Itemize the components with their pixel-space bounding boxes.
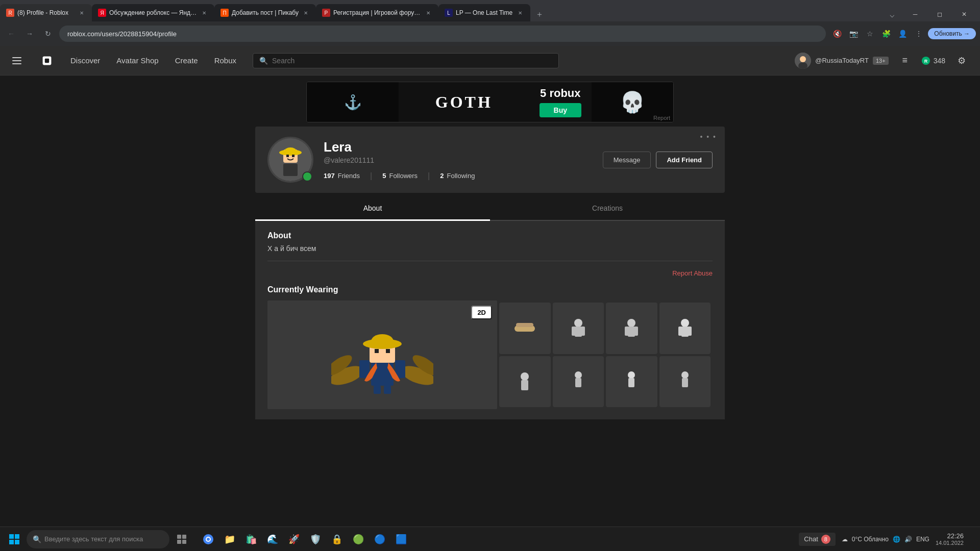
report-link[interactable]: Report <box>653 115 670 121</box>
taskbar-search[interactable]: 🔍 Введите здесь текст для поиска <box>27 530 169 548</box>
roblox-logo[interactable] <box>40 54 54 68</box>
nav-search-box[interactable]: 🔍 <box>253 53 559 68</box>
tab-3-close[interactable]: ✕ <box>302 9 310 17</box>
tab-3[interactable]: П Добавить пост | Пикабу ✕ <box>214 4 316 21</box>
tab-1-favicon: R <box>6 9 14 17</box>
svg-rect-38 <box>625 327 629 336</box>
tab-creations[interactable]: Creations <box>490 197 725 220</box>
wearing-item-6[interactable] <box>553 356 604 408</box>
tab-more-button[interactable]: ⌵ <box>885 7 899 21</box>
svg-rect-49 <box>628 378 634 387</box>
refresh-button[interactable]: ↻ <box>41 27 55 41</box>
svg-rect-34 <box>572 327 576 336</box>
tab-2-close[interactable]: ✕ <box>200 9 208 17</box>
taskbar-app3[interactable]: 🟦 <box>391 529 411 549</box>
tab-1-title: (8) Profile - Roblox <box>17 9 75 16</box>
wearing-item-3[interactable] <box>606 303 657 354</box>
tab-1-close[interactable]: ✕ <box>78 9 86 17</box>
taskbar-edge[interactable]: 🌊 <box>262 529 283 549</box>
svg-rect-31 <box>516 323 533 327</box>
user-info[interactable]: @RussiaTodayRT 13+ <box>795 53 888 69</box>
profile-button[interactable]: 👤 <box>895 27 910 41</box>
wearing-item-8[interactable] <box>659 356 711 408</box>
currently-wearing-title: Currently Wearing <box>267 285 713 294</box>
task-view-button[interactable] <box>172 529 192 549</box>
sound-button[interactable]: 🔇 <box>830 27 844 41</box>
tab-4-close[interactable]: ✕ <box>424 9 432 17</box>
settings-button[interactable]: ⋮ <box>912 27 926 41</box>
taskbar-vpn[interactable]: 🔒 <box>327 529 347 549</box>
start-button[interactable] <box>4 529 24 549</box>
taskbar-shield[interactable]: 🛡️ <box>305 529 326 549</box>
tab-4[interactable]: Р Регистрация | Игровой форум ... ✕ <box>316 4 438 21</box>
message-button[interactable]: Message <box>603 152 651 168</box>
tab-about[interactable]: About <box>255 197 490 221</box>
tab-1[interactable]: R (8) Profile - Roblox ✕ <box>0 4 92 21</box>
nav-robux[interactable]: Robux <box>214 56 236 65</box>
taskbar: 🔍 Введите здесь текст для поиска 📁 🛍️ 🌊 … <box>0 527 980 551</box>
main-content: ⚓ GOTH 5 robux Buy 💀 Report • • • <box>0 76 980 419</box>
settings-nav-button[interactable]: ⚙ <box>953 53 970 69</box>
banner-robux-section: 5 robux Buy <box>529 87 592 117</box>
banner-center: GOTH <box>399 93 529 112</box>
svg-rect-53 <box>15 534 19 539</box>
back-button[interactable]: ← <box>4 27 18 41</box>
tab-5-close[interactable]: ✕ <box>516 9 524 17</box>
minimize-button[interactable]: ─ <box>903 7 927 21</box>
wearing-item-7[interactable] <box>606 356 657 408</box>
taskbar-file-explorer[interactable]: 📁 <box>219 529 240 549</box>
svg-point-48 <box>628 371 635 379</box>
taskbar-clock[interactable]: 22:26 14.01.2022 <box>936 532 964 546</box>
forward-button[interactable]: → <box>22 27 37 41</box>
nav-discover[interactable]: Discover <box>70 56 100 65</box>
report-abuse-link[interactable]: Report Abuse <box>267 269 713 277</box>
svg-rect-13 <box>292 155 295 157</box>
taskbar-rocket[interactable]: 🚀 <box>284 529 304 549</box>
notifications-button[interactable]: ≡ <box>897 53 913 69</box>
taskbar-pinned-apps: 📁 🛍️ 🌊 🚀 🛡️ 🔒 🟢 🔵 🟦 <box>198 529 411 549</box>
search-input[interactable] <box>272 57 552 65</box>
new-tab-button[interactable]: ＋ <box>532 7 547 21</box>
svg-rect-57 <box>182 535 186 539</box>
profile-options-button[interactable]: • • • <box>700 133 717 141</box>
svg-point-11 <box>284 147 297 156</box>
avatar-status-indicator <box>302 171 312 182</box>
browser-actions: 🔇 📷 ☆ 🧩 👤 ⋮ Обновить → <box>830 27 976 41</box>
taskbar-chrome[interactable] <box>198 529 218 549</box>
tab-2[interactable]: Я Обсуждение роблокс — Яндек... ✕ <box>92 4 214 21</box>
wearing-item-5[interactable] <box>499 356 551 408</box>
hamburger-menu[interactable] <box>10 55 23 66</box>
following-stat[interactable]: 2 Following <box>440 172 475 180</box>
maximize-button[interactable]: ◻ <box>928 7 951 21</box>
friends-stat[interactable]: 197 Friends <box>324 172 360 180</box>
tab-5-title: LP — One Last Time <box>456 9 513 16</box>
svg-rect-52 <box>9 534 14 539</box>
profile-name: Lera <box>324 139 593 155</box>
banner-buy-button[interactable]: Buy <box>540 103 581 117</box>
svg-point-36 <box>627 319 635 327</box>
tab-5[interactable]: L LP — One Last Time ✕ <box>438 4 530 21</box>
wearing-2d-button[interactable]: 2D <box>471 306 492 319</box>
nav-right: @RussiaTodayRT 13+ ≡ R 348 ⚙ <box>795 53 970 69</box>
taskbar-app1[interactable]: 🟢 <box>348 529 369 549</box>
svg-point-44 <box>521 372 529 381</box>
screenshot-button[interactable]: 📷 <box>846 27 861 41</box>
wearing-section: 2D <box>267 300 713 409</box>
close-button[interactable]: ✕ <box>952 7 976 21</box>
wearing-item-4[interactable] <box>659 303 711 354</box>
taskbar-store[interactable]: 🛍️ <box>241 529 261 549</box>
chat-button[interactable]: Chat 8 <box>799 533 835 546</box>
followers-stat[interactable]: 5 Followers <box>382 172 418 180</box>
extensions-button[interactable]: 🧩 <box>879 27 893 41</box>
bookmark-button[interactable]: ☆ <box>863 27 877 41</box>
nav-avatar-shop[interactable]: Avatar Shop <box>116 56 158 65</box>
taskbar-app2[interactable]: 🔵 <box>370 529 390 549</box>
address-input[interactable] <box>59 26 826 42</box>
add-friend-button[interactable]: Add Friend <box>656 152 713 168</box>
following-label: Following <box>447 172 475 180</box>
wearing-item-2[interactable] <box>553 303 604 354</box>
update-button[interactable]: Обновить → <box>928 28 976 39</box>
robux-display[interactable]: R 348 <box>921 56 945 65</box>
wearing-item-1[interactable] <box>499 303 551 354</box>
nav-create[interactable]: Create <box>175 56 198 65</box>
